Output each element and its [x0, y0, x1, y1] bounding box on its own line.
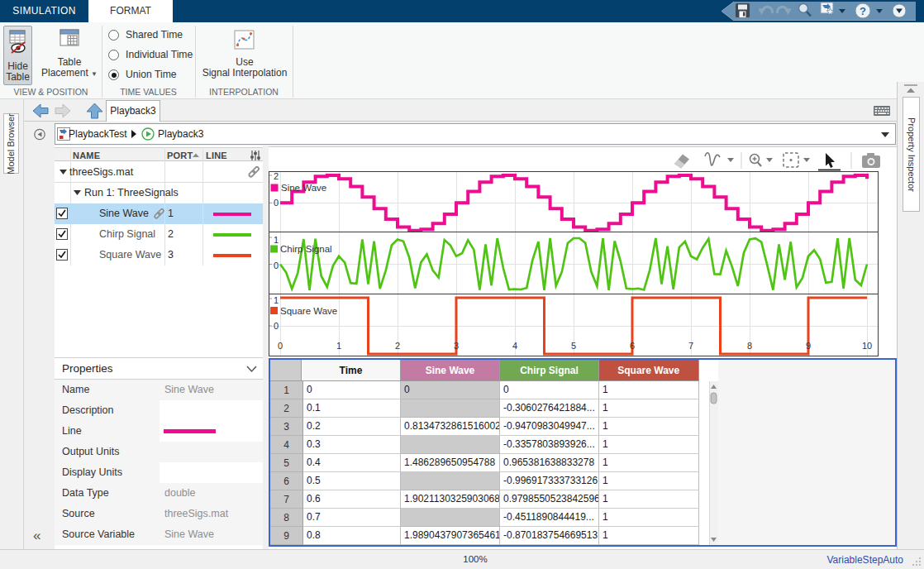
svg-text:2: 2	[274, 171, 279, 181]
svg-text:1: 1	[274, 295, 279, 305]
svg-text:0: 0	[274, 198, 279, 208]
svg-text:Sine Wave: Sine Wave	[281, 183, 326, 193]
svg-text:1: 1	[336, 341, 341, 351]
svg-text:10: 10	[862, 341, 872, 351]
svg-text:1: 1	[274, 235, 279, 245]
svg-text:6: 6	[630, 341, 635, 351]
svg-text:3: 3	[454, 341, 459, 351]
svg-text:7: 7	[688, 341, 693, 351]
svg-text:8: 8	[747, 341, 752, 351]
svg-text:4: 4	[512, 341, 517, 351]
svg-text:5: 5	[571, 341, 576, 351]
svg-text:0: 0	[274, 321, 279, 331]
svg-text:Chirp Signal: Chirp Signal	[280, 244, 332, 254]
svg-text:Square Wave: Square Wave	[280, 306, 337, 316]
svg-text:?: ?	[860, 5, 866, 17]
svg-text:0: 0	[278, 341, 283, 351]
svg-text:9: 9	[806, 341, 811, 351]
svg-text:0: 0	[274, 261, 279, 270]
svg-text:2: 2	[395, 341, 400, 351]
